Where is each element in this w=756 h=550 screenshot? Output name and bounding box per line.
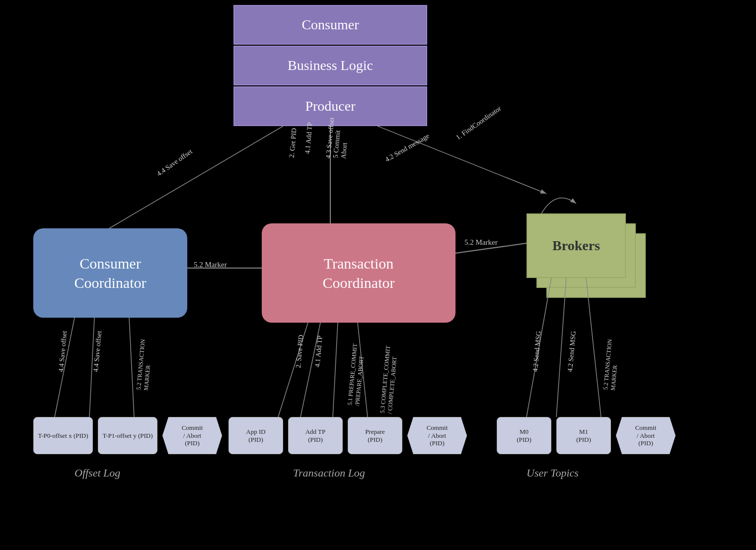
offset-log-record-2: T-P1-offset y (PID): [98, 417, 157, 454]
label-left-transaction-marker: 5.2 TRANSACTIONMARKER: [135, 339, 154, 391]
label-prepare-commit: 5.1 PREPARE_COMMIT/PREPARE_ABORT: [346, 343, 367, 406]
label-left-save-offset-1: 4.4 Save offset: [57, 331, 69, 372]
user-topics-label: User Topics: [527, 467, 579, 480]
user-topics-record-1: M0(PID): [497, 417, 551, 454]
label-marker-right: 5.2 Marker: [464, 238, 498, 247]
transaction-coordinator-box: TransactionCoordinator: [262, 223, 455, 323]
label-commit-abort-5: 5 CommitAbort: [332, 130, 350, 159]
label-send-message: 4.2 Send message: [384, 132, 431, 164]
brokers-box: Brokers: [527, 213, 626, 278]
offset-log-label: Offset Log: [75, 467, 120, 480]
transaction-log-record-4: Commit/ Abort(PID): [407, 417, 467, 454]
offset-log-record-1: T-P0-offset x (PID): [33, 417, 93, 454]
transaction-log-record-2: Add TP(PID): [288, 417, 343, 454]
label-marker-left: 5.2 Marker: [194, 261, 227, 269]
user-topics-record-3: Commit/ Abort(PID): [616, 417, 676, 454]
label-get-pid: 2. Get PID: [288, 128, 299, 158]
label-save-offset-44: 4.4 Save offset: [155, 148, 194, 178]
label-right-send-msg-1: 4.2 Send MSG: [531, 331, 543, 372]
label-right-send-msg-2: 4.2 Send MSG: [566, 331, 578, 372]
user-topics-record-2: M1(PID): [556, 417, 611, 454]
label-right-transaction-marker: 5.2 TRANSACTIONMARKER: [602, 339, 621, 391]
label-add-tp-lower: 4.1 Add TP: [313, 335, 324, 367]
label-complete-commit: 5.3 COMPLETE_COMMIT/ COMPLETE_ABORT: [378, 345, 399, 414]
business-logic-box: Business Logic: [233, 46, 427, 85]
transaction-log-label: Transaction Log: [293, 467, 365, 480]
transaction-log-record-3: Prepare(PID): [348, 417, 402, 454]
svg-line-10: [129, 318, 134, 417]
offset-log-record-3: Commit/ Abort(PID): [162, 417, 222, 454]
svg-line-6: [333, 323, 338, 417]
svg-line-13: [586, 278, 601, 417]
label-save-pid: 2. Save PID: [295, 335, 305, 368]
label-left-save-offset-2: 4.4 Save offset: [92, 331, 103, 372]
svg-line-12: [556, 278, 566, 417]
label-find-coordinator: 1. FindCoordinator: [454, 105, 503, 142]
consumer-box: Consumer: [233, 5, 427, 45]
svg-line-3: [109, 126, 283, 228]
label-add-tp: 4.1 Add TP: [303, 122, 314, 154]
consumer-coordinator-box: ConsumerCoordinator: [33, 228, 187, 318]
transaction-log-record-1: App ID(PID): [228, 417, 283, 454]
